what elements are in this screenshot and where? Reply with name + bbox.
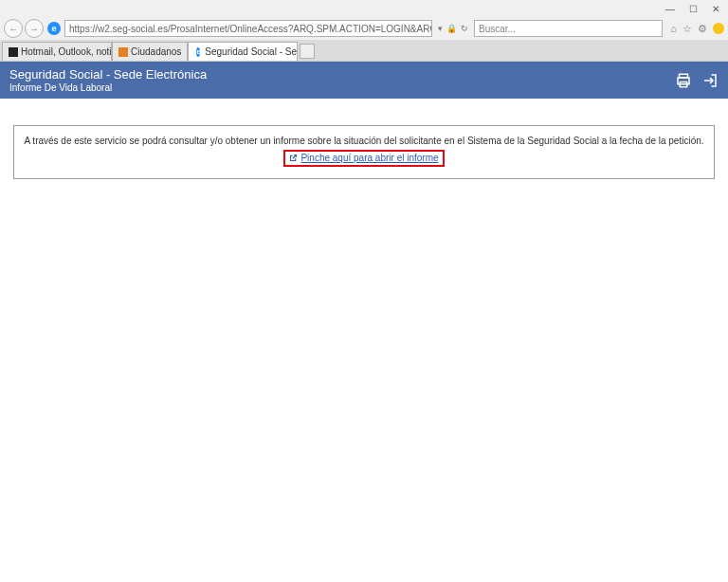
info-box: A través de este servicio se podrá consu… — [13, 125, 715, 179]
tab-label: Hotmail, Outlook, noticias y h... — [21, 46, 112, 57]
open-report-link[interactable]: Pinche aquí para abrir el informe — [289, 153, 438, 163]
open-report-link-label: Pinche aquí para abrir el informe — [300, 153, 438, 163]
link-highlight-frame: Pinche aquí para abrir el informe — [283, 150, 444, 167]
window-maximize-button[interactable]: ☐ — [686, 2, 700, 15]
ie-icon: e — [47, 22, 61, 35]
content-area: A través de este servicio se podrá consu… — [0, 99, 728, 206]
favicon-msn-icon — [9, 47, 18, 57]
address-bar[interactable]: https://w2.seg-social.es/ProsaInternet/O… — [64, 20, 432, 37]
tab-label: Ciudadanos — [131, 46, 181, 57]
favicon-ciudadanos-icon — [118, 47, 128, 57]
window-minimize-button[interactable]: — — [664, 2, 677, 15]
page-subtitle: Informe De Vida Laboral — [9, 82, 207, 93]
nav-bar: ← → e https://w2.seg-social.es/ProsaInte… — [0, 17, 728, 40]
url-dropdown-icon[interactable]: ▾ — [438, 24, 443, 33]
forward-button[interactable]: → — [25, 19, 44, 38]
page-titles: Seguridad Social - Sede Electrónica Info… — [9, 67, 207, 93]
tab-label: Seguridad Social - Sede Elec... — [205, 46, 298, 57]
back-button[interactable]: ← — [4, 19, 23, 38]
tab-ciudadanos[interactable]: Ciudadanos — [112, 42, 188, 61]
favorites-icon[interactable]: ☆ — [682, 23, 692, 35]
page-title: Seguridad Social - Sede Electrónica — [9, 67, 207, 82]
address-controls: ▾ 🔒 ↻ — [438, 24, 468, 33]
page-header: Seguridad Social - Sede Electrónica Info… — [0, 62, 728, 99]
feedback-icon[interactable] — [713, 23, 724, 34]
favicon-ie-icon: e — [196, 47, 200, 57]
settings-icon[interactable]: ⚙ — [698, 23, 707, 35]
browser-chrome: — ☐ ✕ ← → e https://w2.seg-social.es/Pro… — [0, 0, 728, 62]
window-title-bar: — ☐ ✕ — [0, 0, 728, 17]
tab-strip: Hotmail, Outlook, noticias y h... Ciudad… — [0, 40, 728, 61]
external-link-icon — [289, 154, 298, 162]
window-close-button[interactable]: ✕ — [709, 2, 722, 15]
refresh-button[interactable]: ↻ — [461, 24, 468, 33]
exit-icon[interactable] — [701, 72, 719, 89]
tab-hotmail[interactable]: Hotmail, Outlook, noticias y h... — [2, 42, 112, 61]
lock-icon: 🔒 — [446, 24, 457, 33]
service-description: A través de este servicio se podrá consu… — [22, 136, 706, 146]
print-icon[interactable] — [675, 72, 692, 89]
search-input[interactable]: Buscar... — [474, 20, 663, 37]
header-actions — [675, 72, 719, 89]
home-icon[interactable]: ⌂ — [670, 23, 677, 34]
chrome-right-icons: ⌂ ☆ ⚙ — [670, 23, 724, 35]
tab-seguridad-social[interactable]: e Seguridad Social - Sede Elec... × — [188, 42, 298, 61]
new-tab-button[interactable] — [300, 44, 315, 59]
